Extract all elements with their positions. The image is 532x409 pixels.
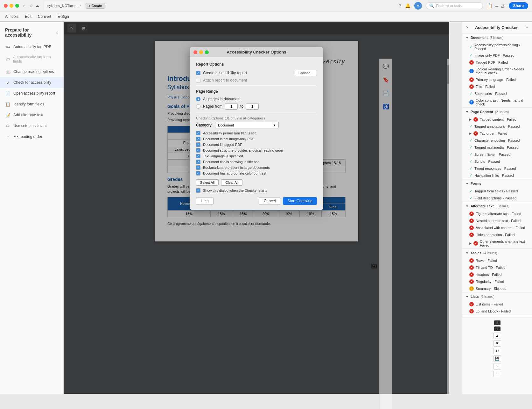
attach-report-checkbox[interactable] [196, 78, 200, 83]
sidebar-item-fix-order[interactable]: ↕ Fix reading order [0, 131, 63, 142]
minimize-button[interactable] [10, 4, 13, 8]
modal-min-btn[interactable] [199, 50, 203, 54]
check-image-only: ✓ Image-only PDF - Passed [462, 52, 532, 59]
check-primary-lang[interactable]: ✕ Primary language - Failed [462, 76, 532, 83]
sidebar-item-alt-text[interactable]: 📝 Add alternate text [0, 110, 63, 120]
sidebar-item-setup[interactable]: ⚙ Use setup assistant [0, 120, 63, 131]
show-dialog-row: ✓ Show this dialog when the Checker star… [196, 188, 317, 193]
section-alt-text-header[interactable]: ▼ Alternate Text (5 issues) [462, 202, 532, 210]
left-panel-close-btn[interactable]: × [56, 30, 58, 35]
notification-icon[interactable]: 🔔 [405, 3, 410, 8]
tab-active[interactable]: syllabus_NOTacc... × [44, 1, 84, 10]
section-document-header[interactable]: ▼ Document (5 issues) [462, 33, 532, 42]
sidebar-item-reading-options[interactable]: 📖 Change reading options [0, 66, 63, 77]
bookmark-icon[interactable]: ☆ [29, 3, 33, 8]
check-color-contrast[interactable]: ? Color contrast - Needs manual check [462, 97, 532, 107]
menu-edit[interactable]: Edit [25, 14, 32, 19]
sidebar-item-report[interactable]: 📄 Open accessibility report [0, 88, 63, 99]
modal-max-btn[interactable] [205, 50, 209, 54]
search-box[interactable]: 🔍 Find text or tools [426, 2, 483, 9]
pages-from-radio[interactable] [196, 104, 200, 109]
check-rows[interactable]: ✕ Rows - Failed [462, 257, 532, 264]
cb-row-0: ✓ Accessibility permission flag is set [196, 131, 317, 135]
choose-button[interactable]: Choose... [295, 70, 317, 76]
help-icon[interactable]: ? [399, 3, 401, 8]
check-label: Check for accessibility [13, 80, 51, 85]
check-tagged-pdf[interactable]: ✕ Tagged PDF - Failed [462, 59, 532, 66]
toolbar-icons: 📋 ☁ 🖨 [487, 3, 505, 8]
section-lists-title: Lists [471, 295, 479, 298]
check-summary[interactable]: ! Summary - Skipped [462, 285, 532, 292]
check-fig-alt[interactable]: ✕ Figures alternate text - Failed [462, 210, 532, 217]
check-nested-alt[interactable]: ✕ Nested alternate text - Failed [462, 217, 532, 224]
check-th-td[interactable]: ✕ TH and TD - Failed [462, 264, 532, 271]
all-pages-radio[interactable] [196, 97, 200, 101]
avatar[interactable]: A [414, 2, 422, 10]
cb-4[interactable]: ✓ [196, 154, 200, 158]
cb-0[interactable]: ✓ [196, 131, 200, 135]
skip-icon: ! [469, 286, 474, 291]
sidebar-item-auto-tag[interactable]: 🏷 Automatically tag PDF [0, 41, 63, 52]
sidebar-item-check[interactable]: ✓ Check for accessibility [0, 77, 63, 88]
refresh-btn[interactable]: ↻ [494, 348, 501, 354]
sidebar-item-form-fields[interactable]: 📋 Identify form fields [0, 99, 63, 110]
zoom-in-btn[interactable]: + [494, 363, 501, 370]
scroll-down-btn[interactable]: ▼ [494, 340, 501, 347]
check-icon: ✓ [5, 80, 11, 85]
panel-more-icon[interactable]: ··· [524, 25, 528, 30]
fail-icon: ✕ [469, 265, 474, 270]
check-logical-order[interactable]: ? Logical Reading Order - Needs manual c… [462, 66, 532, 76]
show-dialog-checkbox[interactable]: ✓ [196, 188, 200, 193]
cb-7[interactable]: ✓ [196, 171, 200, 176]
cb-1[interactable]: ✓ [196, 137, 200, 141]
menu-alltools[interactable]: All tools [5, 14, 18, 19]
check-list-items[interactable]: ✕ List items - Failed [462, 301, 532, 308]
new-tab-button[interactable]: + Create [86, 3, 105, 9]
clear-all-button[interactable]: Clear All [221, 179, 242, 186]
modal-close-btn[interactable] [193, 50, 197, 54]
check-tagged-content[interactable]: ▶ ✕ Tagged content - Failed [462, 116, 532, 123]
create-report-checkbox[interactable]: ✓ [196, 71, 200, 75]
section-chevron: ▼ [466, 182, 469, 185]
create-report-label: Create accessibility report [203, 71, 247, 75]
cb-2[interactable]: ✓ [196, 142, 200, 147]
page-from-input[interactable] [225, 103, 238, 110]
menu-esign[interactable]: E-Sign [58, 14, 69, 19]
check-associated-content[interactable]: ✕ Associated with content - Failed [462, 224, 532, 231]
reading-options-label: Change reading options [13, 69, 54, 74]
tab-close-btn[interactable]: × [79, 4, 81, 7]
maximize-button[interactable] [15, 4, 19, 8]
cb-3[interactable]: ✓ [196, 148, 200, 153]
cb-6[interactable]: ✓ [196, 165, 200, 170]
alt-text-label: Add alternate text [13, 113, 43, 117]
select-all-button[interactable]: Select All [196, 179, 219, 186]
section-forms-header[interactable]: ▼ Forms [462, 179, 532, 188]
scroll-up-btn[interactable]: ▲ [494, 333, 501, 339]
page-to-input[interactable] [246, 103, 259, 110]
check-other-elements[interactable]: ▶ ✕ Other elements alternate text - Fail… [462, 238, 532, 248]
download-icon[interactable]: 📋 [487, 3, 492, 8]
section-page-content-header[interactable]: ▼ Page Content (2 issues) [462, 108, 532, 116]
help-button[interactable]: Help [196, 197, 214, 205]
section-lists-header[interactable]: ▼ Lists (2 issues) [462, 292, 532, 301]
check-headers[interactable]: ✕ Headers - Failed [462, 271, 532, 278]
menu-convert[interactable]: Convert [38, 14, 51, 19]
home-icon[interactable]: ⌂ [22, 3, 27, 8]
check-title[interactable]: ✕ Title - Failed [462, 83, 532, 90]
cb-5[interactable]: ✓ [196, 160, 200, 164]
upload-icon[interactable]: ☁ [494, 3, 499, 8]
check-lbl-lbody[interactable]: ✕ Lbl and LBody - Failed [462, 308, 532, 315]
save-btn[interactable]: 💾 [494, 355, 501, 362]
section-tables-header[interactable]: ▼ Tables (4 issues) [462, 249, 532, 257]
zoom-out-btn[interactable]: − [494, 371, 501, 377]
start-checking-button[interactable]: Start Checking [283, 197, 317, 205]
check-regularity[interactable]: ✕ Regularity - Failed [462, 278, 532, 285]
panel-close-btn[interactable]: × [466, 25, 468, 30]
print-icon[interactable]: 🖨 [500, 3, 505, 8]
category-select[interactable]: Document ▼ [215, 122, 279, 128]
close-button[interactable] [4, 4, 8, 8]
share-button[interactable]: Share [509, 2, 528, 9]
check-tab-order[interactable]: ▶ ✕ Tab order - Failed [462, 130, 532, 137]
check-hides-annot[interactable]: ✕ Hides annotation - Failed [462, 231, 532, 238]
cancel-button[interactable]: Cancel [259, 197, 280, 205]
